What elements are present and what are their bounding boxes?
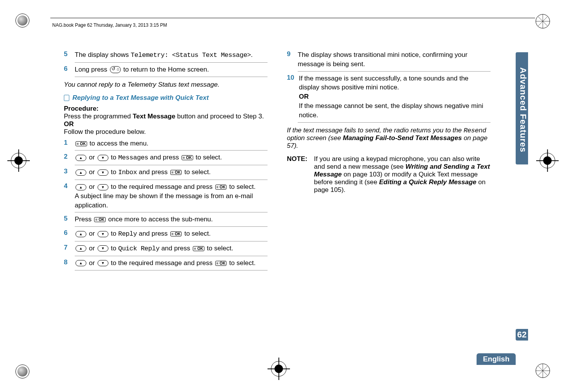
fail-note: If the text message fails to send, the r… (287, 127, 491, 150)
divider (75, 77, 268, 77)
step-number: 4 (64, 182, 70, 210)
divider (75, 241, 268, 241)
text: If the message is sent successfully, a t… (299, 74, 491, 92)
substep-4: 4 ▴ or ▾ to the required message and pre… (64, 182, 268, 210)
left-column: 5 The display shows Telemetry: <Status T… (64, 50, 268, 342)
color-wheel-icon (535, 363, 551, 378)
step-text: ▴ or ▾ to Messages and press ≡ OK to sel… (75, 153, 268, 163)
step-text: Press ≡ OK once more to access the sub-m… (75, 215, 268, 224)
crop-target-icon (540, 153, 555, 168)
up-arrow-icon: ▴ (75, 155, 86, 161)
step-text: ▴ or ▾ to Inbox and press ≡ OK to select… (75, 168, 268, 177)
up-arrow-icon: ▴ (75, 184, 86, 190)
down-arrow-icon: ▾ (98, 155, 108, 161)
text: to the required message and press (109, 183, 214, 190)
text: to select. (194, 154, 222, 161)
ok-button-icon: ≡ OK (215, 185, 227, 190)
text: If the message cannot be sent, the displ… (299, 101, 491, 120)
ok-button-icon: ≡ OK (75, 141, 87, 146)
step-5: 5 The display shows Telemetry: <Status T… (64, 50, 268, 60)
crop-target-icon (11, 153, 26, 168)
registration-mark-icon (15, 365, 29, 378)
note-label: NOTE: (287, 155, 310, 194)
down-arrow-icon: ▾ (98, 231, 108, 237)
or-label: OR (64, 120, 268, 128)
text: or (87, 168, 97, 176)
code-text: Quick Reply (118, 245, 160, 252)
substep-3: 3 ▴ or ▾ to Inbox and press ≡ OK to sele… (64, 168, 268, 177)
or-label: OR (299, 92, 491, 101)
text: and press (137, 230, 170, 237)
down-arrow-icon: ▾ (98, 260, 108, 266)
divider (298, 71, 491, 72)
up-arrow-icon: ▴ (75, 260, 86, 266)
step-text: The display shows Telemetry: <Status Tex… (75, 50, 268, 60)
substep-7: 7 ▴ or ▾ to Quick Reply and press ≡ OK t… (64, 244, 268, 253)
text: to (109, 230, 118, 237)
divider (75, 62, 268, 63)
substep-5: 5 Press ≡ OK once more to access the sub… (64, 215, 268, 224)
registration-mark-icon (15, 14, 29, 27)
step-text: ≡ OK to access the menu. (75, 139, 268, 148)
step-number: 5 (64, 50, 70, 60)
step-9: 9 The display shows transitional mini no… (287, 50, 491, 69)
document-icon (64, 95, 69, 101)
text: . (251, 51, 253, 58)
text: to (109, 154, 118, 161)
header-text: NAG.book Page 62 Thursday, January 3, 20… (52, 22, 167, 28)
step-6: 6 Long press to return to the Home scree… (64, 65, 268, 74)
step-text: If the message is sent successfully, a t… (299, 74, 491, 120)
text: Long press (75, 66, 109, 73)
text: or (87, 245, 97, 252)
code-text: Resend (463, 127, 486, 134)
text: to the required message and press (109, 259, 214, 267)
down-arrow-icon: ▾ (98, 169, 108, 176)
substep-6: 6 ▴ or ▾ to Reply and press ≡ OK to sele… (64, 229, 268, 239)
step-number: 6 (64, 65, 70, 74)
divider (75, 165, 268, 165)
step-text: ▴ or ▾ to Quick Reply and press ≡ OK to … (75, 244, 268, 253)
up-arrow-icon: ▴ (75, 231, 86, 237)
procedure-label: Procedure: (64, 105, 268, 113)
ok-button-icon: ≡ OK (182, 155, 193, 160)
bold-text: Editing a Quick Reply Message (379, 178, 476, 186)
code-text: Telemetry: <Status Text Message> (131, 51, 251, 59)
up-arrow-icon: ▴ (75, 169, 86, 176)
text: to select. (182, 230, 211, 237)
divider (75, 180, 268, 180)
text: and press (160, 245, 192, 252)
text: or (87, 259, 97, 267)
crop-target-icon (271, 361, 286, 377)
divider (75, 270, 268, 270)
up-arrow-icon: ▴ (75, 245, 86, 252)
divider (75, 256, 268, 256)
code-text: Inbox (118, 169, 137, 176)
step-text: ▴ or ▾ to the required message and press… (75, 258, 268, 268)
down-arrow-icon: ▾ (98, 245, 108, 252)
ok-button-icon: ≡ OK (215, 261, 227, 266)
color-wheel-icon (535, 14, 551, 29)
side-tab: Advanced Features (516, 52, 528, 164)
text: to (109, 245, 118, 252)
procedure-text: Follow the procedure below. (64, 128, 268, 136)
divider (298, 122, 491, 123)
code-text: Messages (118, 154, 148, 161)
text: and press (137, 168, 170, 176)
note-block: NOTE: If you are using a keypad micropho… (287, 155, 491, 194)
procedure-text: Press the programmed Text Message button… (64, 113, 268, 120)
bold-text: Text Message (133, 113, 175, 120)
ok-button-icon: ≡ OK (170, 231, 182, 236)
text: to select. (205, 245, 233, 252)
text: Press (75, 216, 93, 223)
ok-button-icon: ≡ OK (94, 217, 106, 222)
text: to select. (227, 183, 256, 190)
right-column: 9 The display shows transitional mini no… (287, 50, 491, 342)
page-content: 5 The display shows Telemetry: <Status T… (64, 50, 491, 342)
text: The display shows (75, 51, 131, 58)
text: to return to the Home screen. (122, 66, 209, 73)
text: once more to access the sub-menu. (106, 216, 213, 223)
step-number: 5 (64, 215, 70, 224)
step-number: 6 (64, 229, 70, 239)
substep-1: 1 ≡ OK to access the menu. (64, 139, 268, 148)
text: to select. (182, 168, 211, 176)
